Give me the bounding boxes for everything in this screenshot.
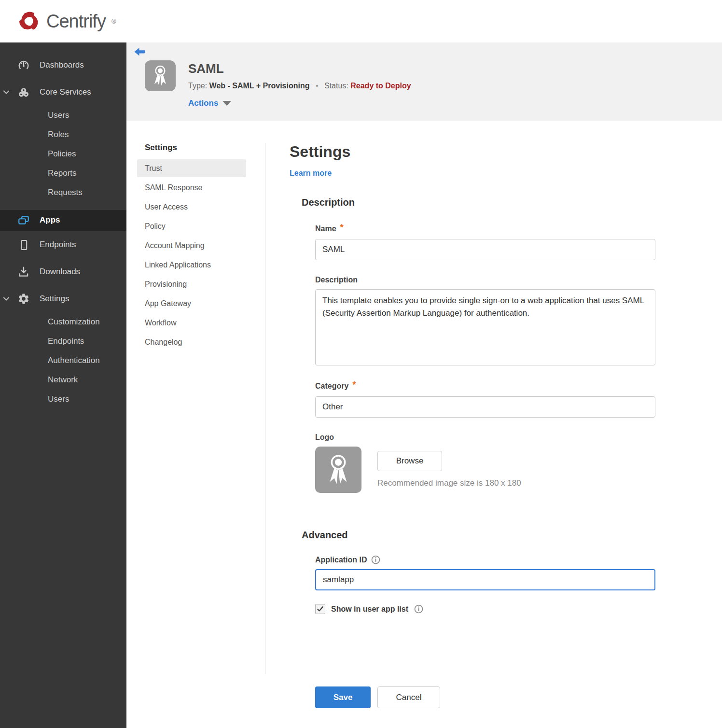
actions-label: Actions: [188, 98, 218, 108]
browse-button[interactable]: Browse: [377, 451, 442, 471]
subnav-item-policy[interactable]: Policy: [137, 217, 246, 235]
meta-separator: •: [316, 82, 319, 90]
sidebar-item-label: Apps: [40, 215, 60, 225]
apps-icon: [17, 214, 30, 226]
sidebar-item-apps[interactable]: Apps: [0, 209, 126, 231]
category-label-row: Category *: [315, 381, 655, 392]
sidebar-item-authentication[interactable]: Authentication: [0, 351, 126, 370]
sidebar-item-settings-users[interactable]: Users: [0, 390, 126, 409]
brand-name: Centrify: [46, 11, 106, 32]
back-arrow-icon[interactable]: [133, 47, 146, 57]
sidebar-subitem-label: Reports: [48, 168, 77, 178]
sidebar-item-core-services[interactable]: Core Services: [0, 79, 126, 106]
show-in-user-app-list-checkbox[interactable]: [315, 604, 325, 614]
sidebar-item-policies[interactable]: Policies: [0, 144, 126, 164]
gauge-icon: [17, 59, 30, 71]
sidebar-item-label: Core Services: [40, 87, 91, 97]
sidebar-item-customization[interactable]: Customization: [0, 312, 126, 332]
sidebar: Dashboards Core Services Users Roles Pol…: [0, 42, 126, 728]
sidebar-item-network[interactable]: Network: [0, 370, 126, 390]
required-asterisk: *: [340, 222, 344, 233]
subnav-item-label: Provisioning: [145, 280, 187, 289]
status-badge: Ready to Deploy: [350, 82, 411, 90]
download-icon: [17, 266, 30, 278]
sidebar-item-label: Downloads: [40, 267, 80, 277]
subnav-item-label: Workflow: [145, 319, 177, 327]
save-button[interactable]: Save: [315, 686, 371, 708]
learn-more-link[interactable]: Learn more: [290, 169, 332, 178]
sidebar-item-settings[interactable]: Settings: [0, 285, 126, 312]
subnav-item-app-gateway[interactable]: App Gateway: [137, 294, 246, 312]
category-field[interactable]: [315, 396, 655, 418]
category-label: Category: [315, 382, 348, 391]
sidebar-item-settings-endpoints[interactable]: Endpoints: [0, 332, 126, 351]
sidebar-item-label: Dashboards: [40, 60, 84, 70]
page-title: SAML: [188, 61, 411, 76]
sidebar-item-requests[interactable]: Requests: [0, 183, 126, 202]
settings-subnav: Settings Trust SAML Response User Access…: [126, 143, 265, 728]
subnav-item-account-mapping[interactable]: Account Mapping: [137, 237, 246, 254]
description-label: Description: [315, 276, 655, 284]
show-in-user-app-list-label: Show in user app list: [331, 605, 408, 614]
settings-panel: Settings Learn more Description Name * D…: [265, 143, 655, 728]
description-section-title: Description: [290, 197, 655, 208]
subnav-item-label: Policy: [145, 222, 166, 231]
type-label: Type:: [188, 82, 207, 90]
sidebar-subitem-label: Requests: [48, 188, 83, 197]
sidebar-item-label: Endpoints: [40, 240, 76, 250]
actions-dropdown[interactable]: Actions: [188, 98, 411, 108]
sidebar-item-reports[interactable]: Reports: [0, 164, 126, 183]
cancel-button[interactable]: Cancel: [377, 686, 440, 708]
sidebar-item-downloads[interactable]: Downloads: [0, 258, 126, 285]
info-icon[interactable]: [371, 555, 380, 564]
subnav-item-label: Trust: [145, 164, 162, 173]
logo-preview: [315, 447, 361, 493]
app-logo: [145, 60, 176, 91]
subnav-item-linked-applications[interactable]: Linked Applications: [137, 256, 246, 274]
gear-icon: [17, 293, 30, 305]
subnav-item-label: User Access: [145, 203, 188, 211]
chevron-down-icon: [2, 295, 10, 303]
subnav-item-trust[interactable]: Trust: [137, 159, 246, 177]
name-field[interactable]: [315, 239, 655, 260]
sidebar-item-endpoints[interactable]: Endpoints: [0, 231, 126, 258]
name-label: Name: [315, 224, 336, 233]
subnav-item-changelog[interactable]: Changelog: [137, 333, 246, 351]
sidebar-item-roles[interactable]: Roles: [0, 125, 126, 144]
sidebar-subitem-label: Network: [48, 375, 78, 385]
chevron-down-icon: [2, 88, 10, 96]
subnav-item-workflow[interactable]: Workflow: [137, 314, 246, 332]
panel-title: Settings: [290, 143, 655, 161]
subnav-item-saml-response[interactable]: SAML Response: [137, 179, 246, 196]
sidebar-item-users[interactable]: Users: [0, 106, 126, 125]
status-label: Status:: [324, 82, 348, 90]
registered-mark: ®: [111, 18, 116, 25]
logo-size-hint: Recommended image size is 180 x 180: [377, 478, 521, 488]
sidebar-item-label: Settings: [40, 294, 69, 304]
subnav-item-label: Account Mapping: [145, 241, 205, 250]
type-value: Web - SAML + Provisioning: [209, 82, 310, 90]
subnav-item-label: Linked Applications: [145, 261, 211, 269]
subnav-item-label: Changelog: [145, 338, 182, 347]
sidebar-item-dashboards[interactable]: Dashboards: [0, 52, 126, 79]
info-icon[interactable]: [414, 604, 423, 614]
application-id-field[interactable]: [315, 569, 655, 590]
sidebar-subitem-label: Users: [48, 111, 69, 120]
app-header: SAML Type: Web - SAML + Provisioning • S…: [126, 42, 722, 121]
subnav-item-provisioning[interactable]: Provisioning: [137, 275, 246, 293]
application-id-label-row: Application ID: [315, 555, 655, 564]
caret-down-icon: [222, 101, 231, 106]
centrify-swirl-icon: [16, 9, 42, 34]
sidebar-subitem-label: Policies: [48, 149, 76, 159]
description-field[interactable]: This template enables you to provide sin…: [315, 289, 655, 365]
brand-logo[interactable]: Centrify ®: [16, 9, 116, 34]
name-label-row: Name *: [315, 224, 655, 234]
subnav-item-user-access[interactable]: User Access: [137, 198, 246, 216]
sidebar-subitem-label: Users: [48, 394, 69, 404]
sidebar-subitem-label: Roles: [48, 130, 69, 140]
subnav-item-label: App Gateway: [145, 299, 191, 308]
sidebar-subitem-label: Customization: [48, 317, 100, 327]
required-asterisk: *: [352, 379, 356, 390]
mobile-icon: [17, 238, 30, 251]
sidebar-subitem-label: Authentication: [48, 356, 100, 365]
